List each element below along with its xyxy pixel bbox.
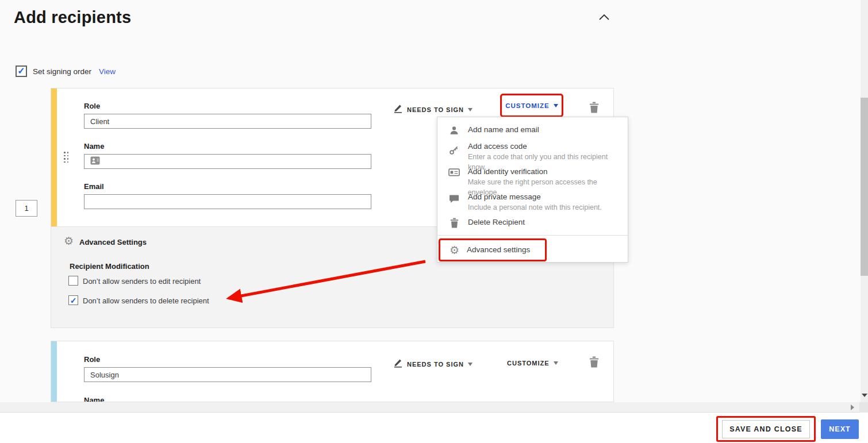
customize-dropdown-highlighted[interactable]: CUSTOMIZE bbox=[500, 94, 563, 117]
name-label: Name bbox=[84, 396, 104, 402]
role-input[interactable] bbox=[84, 367, 371, 382]
menu-item-label: Delete Recipient bbox=[468, 217, 525, 228]
name-label: Name bbox=[84, 142, 104, 151]
email-input[interactable] bbox=[84, 194, 371, 209]
chevron-down-icon bbox=[468, 363, 473, 366]
gear-icon: ⚙ bbox=[450, 245, 459, 256]
scroll-right-arrow-icon[interactable] bbox=[851, 405, 854, 410]
needs-to-sign-dropdown[interactable]: NEEDS TO SIGN bbox=[393, 358, 473, 370]
chevron-down-icon bbox=[554, 104, 558, 107]
advanced-settings-heading: Advanced Settings bbox=[79, 238, 147, 246]
menu-item-add-private-message[interactable]: Add private message Include a personal n… bbox=[448, 192, 602, 213]
menu-item-label: Add identity verification bbox=[468, 167, 628, 177]
menu-item-label: Add access code bbox=[468, 141, 628, 152]
name-input[interactable] bbox=[84, 154, 371, 169]
customize-menu: Add name and email Add access code Enter… bbox=[437, 117, 628, 263]
customize-dropdown[interactable]: CUSTOMIZE bbox=[507, 360, 558, 367]
signing-order-number-input[interactable] bbox=[16, 200, 37, 217]
dont-allow-edit-checkbox[interactable] bbox=[68, 276, 78, 286]
gear-icon: ⚙ bbox=[64, 236, 74, 246]
horizontal-scrollbar[interactable] bbox=[0, 402, 859, 413]
save-and-close-button[interactable]: SAVE AND CLOSE bbox=[722, 420, 810, 438]
role-label: Role bbox=[84, 102, 100, 110]
customize-label: CUSTOMIZE bbox=[505, 102, 550, 109]
customize-label: CUSTOMIZE bbox=[507, 360, 550, 367]
add-recipients-screen: Add recipients ✓ Set signing order View … bbox=[0, 0, 868, 443]
trash-icon bbox=[589, 360, 599, 369]
set-signing-order-checkbox[interactable]: ✓ bbox=[16, 66, 27, 77]
menu-divider bbox=[437, 235, 628, 236]
drag-handle[interactable] bbox=[64, 152, 69, 163]
pen-sign-icon bbox=[393, 358, 403, 370]
role-input[interactable] bbox=[84, 114, 371, 129]
pen-sign-icon bbox=[393, 103, 403, 115]
scroll-down-arrow-icon[interactable] bbox=[862, 394, 867, 397]
person-icon bbox=[448, 125, 460, 136]
recipient-1-color-stripe bbox=[51, 88, 57, 227]
chevron-down-icon bbox=[468, 108, 473, 111]
checkmark-icon: ✓ bbox=[70, 296, 77, 305]
contact-card-icon bbox=[90, 156, 100, 167]
chevron-down-icon bbox=[554, 361, 558, 365]
footer-bar: SAVE AND CLOSE NEXT bbox=[0, 413, 868, 443]
vertical-scrollbar-thumb[interactable] bbox=[861, 98, 868, 276]
recipient-modification-heading: Recipient Modification bbox=[70, 262, 149, 271]
dont-allow-edit-label: Don’t allow senders to edit recipient bbox=[83, 277, 201, 286]
page-title: Add recipients bbox=[14, 8, 131, 27]
menu-item-label: Advanced settings bbox=[467, 245, 530, 255]
next-button[interactable]: NEXT bbox=[821, 419, 859, 439]
menu-item-advanced-settings-highlighted[interactable]: ⚙ Advanced settings bbox=[439, 238, 547, 261]
trash-icon bbox=[589, 105, 599, 115]
needs-to-sign-label: NEEDS TO SIGN bbox=[407, 361, 464, 368]
menu-item-label: Add private message bbox=[468, 192, 602, 202]
chat-bubble-icon bbox=[448, 194, 460, 203]
email-label: Email bbox=[84, 182, 104, 191]
menu-item-delete-recipient[interactable]: Delete Recipient bbox=[448, 217, 525, 228]
menu-item-add-name-email[interactable]: Add name and email bbox=[448, 125, 539, 136]
needs-to-sign-label: NEEDS TO SIGN bbox=[407, 106, 464, 113]
needs-to-sign-dropdown[interactable]: NEEDS TO SIGN bbox=[393, 103, 473, 115]
save-and-close-highlight-box: SAVE AND CLOSE bbox=[716, 416, 816, 442]
recipient-card-2: Role NEEDS TO SIGN CUSTOMIZE Name bbox=[51, 341, 614, 402]
view-link[interactable]: View bbox=[99, 67, 116, 76]
red-annotation-arrow bbox=[214, 254, 432, 309]
collapse-section-button[interactable] bbox=[598, 13, 610, 23]
dont-allow-delete-checkbox[interactable]: ✓ bbox=[68, 295, 78, 305]
set-signing-order-label: Set signing order bbox=[33, 67, 91, 76]
chevron-up-icon bbox=[598, 13, 610, 22]
checkmark-icon: ✓ bbox=[17, 67, 25, 75]
menu-item-description: Include a personal note with this recipi… bbox=[468, 202, 602, 213]
scrollbar-corner bbox=[859, 402, 868, 413]
menu-item-label: Add name and email bbox=[468, 125, 539, 135]
delete-recipient-button[interactable] bbox=[589, 356, 599, 370]
id-card-icon bbox=[448, 168, 460, 177]
trash-icon bbox=[448, 218, 460, 228]
key-icon bbox=[448, 145, 460, 155]
dont-allow-delete-label: Don’t allow senders to delete recipient bbox=[83, 296, 209, 305]
role-label: Role bbox=[84, 355, 100, 364]
recipient-2-color-stripe bbox=[51, 341, 57, 402]
delete-recipient-button[interactable] bbox=[589, 102, 599, 115]
